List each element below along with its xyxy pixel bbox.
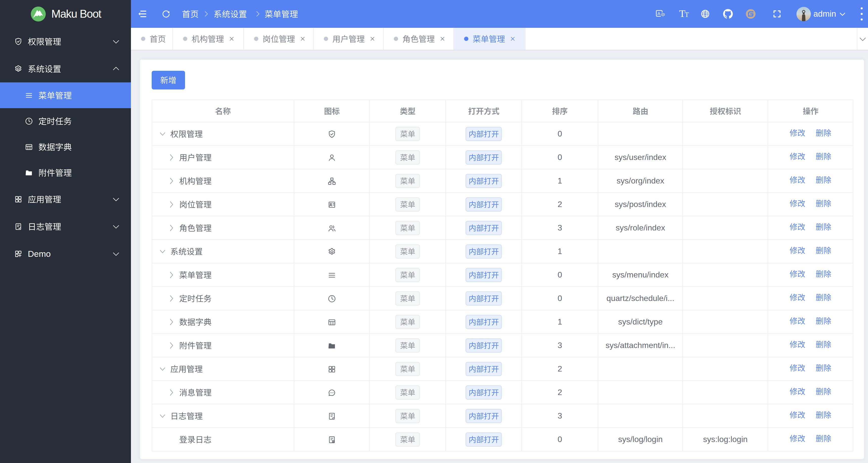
svg-text:T: T [685,11,689,19]
svg-text:A: A [657,11,660,16]
svg-text:T: T [679,9,685,19]
